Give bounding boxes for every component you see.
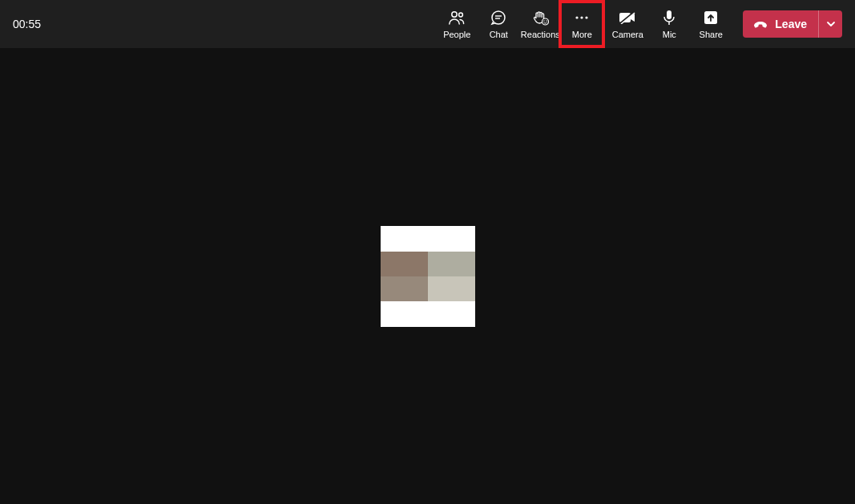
chat-label: Chat (490, 30, 508, 39)
hangup-icon (752, 19, 768, 29)
leave-button[interactable]: Leave (743, 10, 818, 38)
camera-label: Camera (612, 30, 643, 39)
chevron-down-icon (826, 21, 836, 27)
svg-point-6 (544, 20, 545, 21)
share-label: Share (700, 30, 723, 39)
svg-point-1 (459, 13, 463, 17)
svg-rect-14 (667, 10, 671, 19)
mic-button[interactable]: Mic (648, 0, 690, 48)
svg-point-9 (581, 16, 583, 18)
control-group: People Chat (436, 0, 732, 48)
svg-point-10 (586, 16, 588, 18)
svg-point-8 (576, 16, 579, 18)
reactions-label: Reactions (521, 30, 560, 39)
reactions-button[interactable]: Reactions (519, 0, 561, 48)
share-icon (704, 9, 718, 26)
participant-avatar (381, 226, 475, 327)
camera-button[interactable]: Camera (607, 0, 648, 48)
svg-point-7 (546, 20, 547, 21)
call-timer: 00:55 (13, 18, 41, 30)
leave-options-button[interactable] (818, 10, 842, 38)
mic-label: Mic (663, 30, 676, 39)
more-button[interactable]: More (561, 0, 603, 48)
people-button[interactable]: People (436, 0, 478, 48)
share-button[interactable]: Share (690, 0, 732, 48)
people-label: People (443, 30, 470, 39)
mic-icon (663, 9, 676, 26)
svg-point-0 (452, 12, 457, 17)
svg-point-5 (542, 18, 549, 25)
people-icon (448, 9, 466, 26)
reactions-icon (531, 9, 549, 26)
more-icon (574, 9, 590, 26)
meeting-toolbar: 00:55 People Ch (0, 0, 855, 48)
leave-label: Leave (775, 18, 807, 30)
svg-point-2 (492, 11, 505, 24)
chat-button[interactable]: Chat (478, 0, 519, 48)
toolbar-divider (603, 11, 603, 37)
video-stage (0, 48, 855, 504)
camera-icon (619, 9, 636, 26)
more-label: More (572, 30, 592, 39)
leave-group: Leave (743, 10, 842, 38)
chat-icon (490, 9, 506, 26)
